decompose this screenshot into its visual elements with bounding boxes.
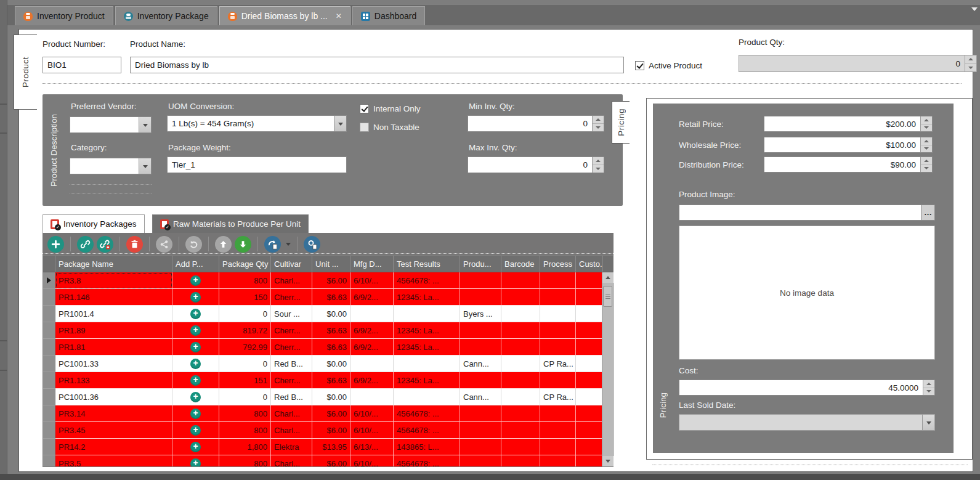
close-tab-icon[interactable]: ✕ [336, 12, 342, 20]
delete-package-button[interactable] [126, 236, 143, 253]
add-row-package-button[interactable]: + [190, 359, 201, 369]
add-row-package-button[interactable]: + [190, 309, 201, 319]
grid-row-pr14-2[interactable]: PR14.2+1,800Elektra$13.956/13/...143865:… [43, 439, 602, 455]
scrollbar-thumb[interactable] [603, 286, 612, 307]
grid-cell-barcode [501, 455, 540, 466]
grid-row-pr1-89[interactable]: PR1.89+819.72Cherr...$6.636/9/2...12345:… [43, 322, 602, 339]
cost-input[interactable]: 45.0000 [679, 380, 935, 396]
grid-cell-produ: Cann... [460, 389, 501, 405]
product-name-label: Product Name: [130, 39, 185, 49]
uom-conversion-combobox[interactable]: 1 Lb(s) = 454 Gram(s) [167, 115, 347, 132]
grid-row-pr1001-4[interactable]: PR1001.4+0Sour ...$0.00Byers ... [43, 306, 602, 322]
max-inv-qty-spinner[interactable] [592, 157, 604, 173]
product-number-input[interactable]: BIO1 [43, 57, 121, 73]
add-package-button[interactable] [47, 236, 64, 253]
add-row-package-button[interactable]: + [190, 392, 201, 402]
grid-row-pc1001-33[interactable]: PC1001.33+0Red B...$0.00Cann...CP Ra... [43, 356, 602, 372]
grid-cell-barcode [501, 339, 540, 356]
cost-spinner[interactable] [923, 380, 934, 395]
retail-price-spinner[interactable] [920, 116, 932, 131]
document-tabs: Inventory ProductInventory PackageDried … [15, 6, 427, 25]
package-weight-input[interactable]: Tier_1 [167, 157, 347, 173]
preferred-vendor-combobox[interactable] [70, 116, 152, 133]
add-row-package-button[interactable]: + [190, 409, 201, 419]
product-name-input[interactable]: Dried Biomass by lb [130, 57, 624, 73]
chevron-down-icon[interactable] [139, 158, 151, 174]
column-header-barcode[interactable]: Barcode [501, 256, 540, 272]
document-tab-dried-biomass-by-lb[interactable]: Dried Biomass by lb ...✕ [219, 6, 350, 25]
product-qty-spinner[interactable] [965, 55, 976, 71]
product-image-path-input[interactable]: … [679, 205, 935, 221]
document-tab-inventory-package[interactable]: Inventory Package [115, 6, 217, 25]
grid-cell-mfg: 6/9/2... [350, 322, 394, 339]
column-header-mfg-d[interactable]: Mfg D... [350, 256, 394, 272]
tab-list-chevron-icon[interactable] [971, 7, 978, 11]
add-row-package-button[interactable]: + [190, 375, 201, 386]
grid-cell-test-results: 12345: La... [394, 339, 460, 356]
column-header-custo[interactable]: Custo... [576, 256, 603, 272]
grid-row-pr1-81[interactable]: PR1.81+792.99Cherr...$6.636/9/2...12345:… [43, 339, 602, 356]
add-row-package-button[interactable]: + [190, 342, 201, 352]
distribution-price-spinner[interactable] [920, 157, 932, 172]
grid-row-pc1001-36[interactable]: PC1001.36+0Red B...$0.00Cann...CP Ra... [43, 389, 602, 405]
chevron-down-icon[interactable] [139, 117, 151, 132]
link-package-button[interactable] [77, 236, 94, 253]
add-row-package-button[interactable]: + [190, 442, 201, 452]
min-inv-qty-spinner[interactable] [592, 116, 604, 131]
retail-price-input[interactable]: $200.00 [764, 116, 933, 132]
grid-row-pr3-5[interactable]: PR3.5+800Charl...$6.006/10/...4564678: .… [43, 455, 602, 466]
category-combobox[interactable] [70, 158, 152, 174]
non-taxable-checkbox[interactable]: Non Taxable [360, 123, 419, 132]
column-header-process[interactable]: Process [540, 256, 576, 272]
grid-cell-barcode [501, 306, 540, 322]
column-header-package-name[interactable]: Package Name [55, 256, 172, 272]
scroll-down-icon[interactable] [602, 456, 614, 466]
chevron-down-icon[interactable] [334, 116, 346, 131]
distribution-price-input[interactable]: $90.00 [764, 157, 933, 173]
grid-cell-process [540, 439, 576, 455]
column-header-package-qty[interactable]: Package Qty [219, 256, 271, 272]
add-row-package-button[interactable]: + [190, 425, 201, 436]
tab-pricing[interactable]: Pricing [612, 101, 630, 144]
product-qty-input: 0 [739, 55, 977, 72]
grid-row-pr1-133[interactable]: PR1.133+151Cherr...$6.636/9/2...12345: L… [43, 372, 602, 389]
export-dropdown-caret-icon[interactable] [286, 243, 291, 246]
max-inv-qty-input[interactable]: 0 [468, 157, 604, 173]
column-header-add-p[interactable]: Add P... [172, 256, 219, 272]
browse-image-button[interactable]: … [921, 205, 934, 220]
tab-inventory-packages[interactable]: Inventory Packages [43, 214, 145, 233]
export-button[interactable] [264, 236, 281, 253]
grid-cell-add-package: + [172, 272, 219, 289]
column-header-produ[interactable]: Produ... [460, 256, 501, 272]
add-row-package-button[interactable]: + [190, 275, 201, 286]
internal-only-checkbox[interactable]: Internal Only [360, 104, 421, 113]
column-header-cultivar[interactable]: Cultivar [271, 256, 312, 272]
document-tab-inventory-product[interactable]: Inventory Product [15, 6, 113, 25]
column-header-test-results[interactable]: Test Results [394, 256, 460, 272]
link-new-package-button[interactable] [97, 236, 113, 253]
grid-body: PR3.8+800Charl...$6.006/10/...4564678: .… [43, 272, 602, 466]
add-row-package-button[interactable]: + [190, 458, 201, 467]
tab-product-description[interactable]: Product Description [44, 94, 63, 206]
document-tab-dashboard[interactable]: Dashboard [352, 6, 426, 25]
tab-raw-materials-to-produce-per-unit[interactable]: Raw Materials to Produce Per Unit [152, 214, 309, 233]
grid-row-pr3-45[interactable]: PR3.45+800Charl...$6.006/10/...4564678: … [43, 422, 602, 439]
column-header-unit[interactable]: Unit ... [312, 256, 350, 272]
scroll-up-icon[interactable] [602, 272, 614, 283]
grid-cell-test-results [394, 389, 460, 405]
grid-row-pr1-146[interactable]: PR1.146+150Cherr...$6.636/9/2...12345: L… [43, 289, 602, 306]
product-description-group: Product Description Preferred Vendor: Ca… [43, 94, 623, 206]
grid-row-pr3-8[interactable]: PR3.8+800Charl...$6.006/10/...4564678: .… [43, 272, 602, 289]
wholesale-price-spinner[interactable] [920, 137, 932, 152]
wholesale-price-input[interactable]: $100.00 [764, 137, 933, 153]
tab-product[interactable]: Product [14, 35, 37, 110]
add-row-package-button[interactable]: + [190, 292, 201, 303]
grid-vertical-scrollbar[interactable] [602, 272, 613, 466]
active-product-checkbox[interactable]: Active Product [635, 61, 702, 70]
print-preview-button[interactable] [304, 236, 320, 253]
clipboard-check-icon [160, 219, 169, 229]
min-inv-qty-input[interactable]: 0 [468, 115, 604, 132]
add-row-package-button[interactable]: + [190, 325, 201, 336]
move-down-button[interactable] [235, 236, 251, 253]
grid-row-pr3-14[interactable]: PR3.14+800Charl...$6.006/10/...4564678: … [43, 405, 602, 422]
